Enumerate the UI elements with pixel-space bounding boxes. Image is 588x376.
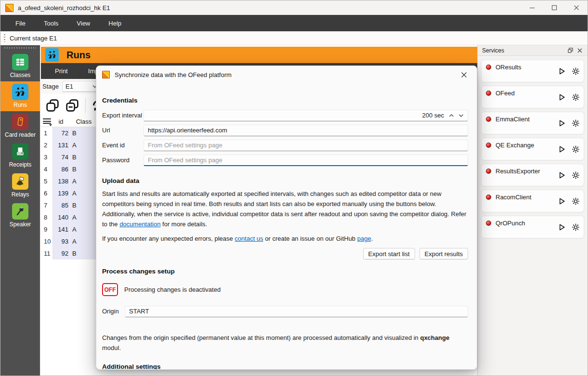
spin-down-icon[interactable]: [458, 114, 464, 117]
start-service-icon[interactable]: [558, 119, 566, 127]
service-settings-icon[interactable]: [572, 119, 580, 127]
close-panel-icon[interactable]: [575, 46, 585, 55]
menu-tools[interactable]: Tools: [35, 15, 67, 31]
start-service-icon[interactable]: [558, 67, 566, 75]
stage-label: Stage: [42, 83, 59, 90]
error-help-text: If you encounter any unexpected errors, …: [102, 233, 468, 244]
toolbar-drag-handle[interactable]: [4, 34, 5, 42]
sidebar-drag-handle[interactable]: [4, 47, 36, 49]
contact-us-link[interactable]: contact us: [235, 235, 263, 242]
event-id-label: Event id: [102, 142, 144, 149]
processing-status-text: Processing changes is deactivated: [124, 286, 221, 293]
github-page-link[interactable]: page: [357, 235, 371, 242]
service-settings-icon[interactable]: [572, 93, 580, 101]
services-title: Services: [482, 47, 565, 54]
export-interval-label: Export interval: [102, 112, 144, 119]
status-stopped-icon: [486, 65, 491, 70]
table-menu-icon[interactable]: [43, 118, 51, 125]
column-header-id[interactable]: id: [52, 118, 69, 125]
start-service-icon[interactable]: [558, 223, 566, 231]
sidebar-item-relays[interactable]: Relays: [0, 171, 40, 201]
processing-off-toggle[interactable]: OFF: [102, 283, 118, 296]
close-button[interactable]: [565, 0, 588, 15]
export-interval-spinbox[interactable]: 200 sec: [144, 110, 468, 121]
copy-remove-icon[interactable]: [65, 98, 80, 113]
app-window: a_ofeed_skoleni_rozhodci_hk E1 File Tool…: [0, 0, 588, 376]
dialog-title: Synchronize data with the OFeed platform: [115, 71, 457, 78]
start-service-icon[interactable]: [558, 93, 566, 101]
password-label: Password: [102, 156, 144, 164]
service-card-oresults: OResults: [481, 60, 584, 82]
service-settings-icon[interactable]: [572, 145, 580, 153]
copy-icon[interactable]: [45, 98, 60, 113]
upload-data-heading: Upload data: [102, 177, 468, 184]
service-settings-icon[interactable]: [572, 67, 580, 75]
card-reader-icon: [12, 114, 28, 130]
dialog-titlebar: Synchronize data with the OFeed platform: [96, 66, 477, 83]
current-stage-label: Current stage E1: [10, 35, 57, 42]
menu-view[interactable]: View: [67, 15, 99, 31]
sidebar: Classes Runs Card reader Receipts: [0, 45, 40, 376]
float-panel-icon[interactable]: [565, 46, 575, 55]
runs-page-header: Runs: [41, 47, 477, 63]
url-label: Url: [102, 127, 144, 134]
status-stopped-icon: [486, 194, 491, 200]
sync-ofeed-dialog: Synchronize data with the OFeed platform…: [96, 65, 477, 370]
sidebar-item-card-reader[interactable]: Card reader: [0, 111, 40, 141]
service-card-resultsexporter: ResultsExporter: [481, 164, 584, 186]
status-stopped-icon: [486, 169, 491, 174]
stage-toolbar: Current stage E1: [0, 31, 588, 45]
status-stopped-icon: [486, 143, 491, 148]
sidebar-item-speaker[interactable]: Speaker: [0, 201, 40, 231]
maximize-button[interactable]: [543, 0, 565, 15]
window-titlebar: a_ofeed_skoleni_rozhodci_hk E1: [0, 0, 588, 15]
app-logo-icon: [5, 4, 13, 12]
export-results-button[interactable]: Export results: [419, 248, 468, 259]
service-card-ofeed: OFeed: [481, 86, 584, 108]
service-card-qropunch: QrOPunch: [481, 216, 584, 238]
status-stopped-icon: [486, 117, 491, 122]
documentation-link[interactable]: documentation: [119, 220, 160, 228]
receipts-icon: [12, 143, 28, 160]
service-settings-icon[interactable]: [572, 197, 580, 205]
url-input[interactable]: [144, 125, 468, 136]
app-logo-icon: [102, 71, 110, 78]
origin-label: Origin: [102, 308, 125, 315]
column-header-class[interactable]: Class: [70, 118, 98, 125]
minimize-button[interactable]: [521, 0, 543, 15]
dialog-close-icon[interactable]: [457, 68, 471, 81]
services-panel-header: Services: [478, 45, 588, 56]
sidebar-item-runs[interactable]: Runs: [0, 81, 40, 111]
menu-help[interactable]: Help: [99, 15, 131, 31]
upload-description: Start lists and results are automaticall…: [102, 189, 468, 229]
stage-combobox[interactable]: E1: [62, 81, 101, 92]
origin-input[interactable]: [125, 306, 468, 317]
menu-bar: File Tools View Help: [0, 15, 588, 31]
runs-header-icon: [45, 48, 59, 62]
password-input[interactable]: [144, 155, 468, 166]
sidebar-item-classes[interactable]: Classes: [0, 52, 40, 81]
credentials-heading: Credentials: [102, 97, 468, 104]
service-card-racomclient: RacomClient: [481, 190, 584, 212]
start-service-icon[interactable]: [558, 171, 566, 179]
event-id-input[interactable]: [144, 140, 468, 151]
additional-settings-heading: Additional settings: [102, 363, 468, 370]
status-stopped-icon: [486, 91, 491, 96]
menu-file[interactable]: File: [6, 15, 35, 31]
start-service-icon[interactable]: [558, 145, 566, 153]
toolbar-divider: [85, 98, 86, 113]
classes-icon: [12, 54, 28, 70]
runs-icon: [12, 84, 28, 100]
services-panel: Services OResults OFeed: [477, 45, 588, 376]
start-service-icon[interactable]: [558, 197, 566, 205]
process-changes-heading: Process changes setup: [102, 268, 468, 275]
service-settings-icon[interactable]: [572, 171, 580, 179]
export-start-list-button[interactable]: Export start list: [363, 248, 415, 259]
sidebar-item-receipts[interactable]: Receipts: [0, 141, 40, 171]
origin-note: Changes from the origin specified (perma…: [102, 333, 468, 353]
menu-print[interactable]: Print: [45, 63, 78, 79]
service-card-qe-exchange: QE Exchange: [481, 138, 584, 160]
service-settings-icon[interactable]: [572, 223, 580, 231]
spin-up-icon[interactable]: [449, 114, 454, 117]
status-stopped-icon: [486, 220, 491, 226]
